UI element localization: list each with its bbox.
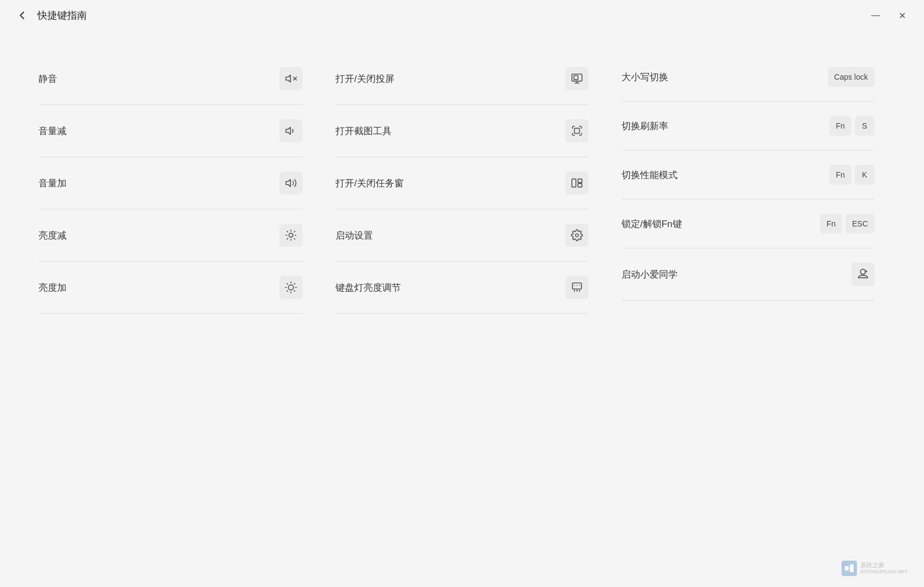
shortcut-label: 启动设置 — [336, 229, 373, 242]
shortcut-label: 亮度减 — [38, 229, 67, 242]
window: 快捷键指南 — ✕ 静音音量减音量加亮度减亮度加打开/关闭投屏打开截图工具打开/… — [0, 0, 924, 587]
svg-marker-4 — [286, 180, 290, 187]
shortcut-row: 切换性能模式FnK — [622, 151, 875, 200]
titlebar-left: 快捷键指南 — [13, 7, 87, 24]
watermark-icon — [842, 561, 857, 576]
page-title: 快捷键指南 — [37, 9, 87, 22]
shortcut-row: 静音 — [38, 53, 302, 105]
shortcut-label: 键盘灯亮度调节 — [336, 281, 401, 294]
icon-badge-taskview — [565, 171, 588, 195]
svg-rect-38 — [845, 566, 849, 571]
shortcut-row: 大小写切换Caps lock — [622, 53, 875, 102]
shortcut-label: 大小写切换 — [622, 71, 668, 84]
titlebar: 快捷键指南 — ✕ — [0, 0, 924, 31]
shortcuts-grid: 静音音量减音量加亮度减亮度加打开/关闭投屏打开截图工具打开/关闭任务窗启动设置键… — [0, 31, 924, 325]
svg-rect-24 — [574, 76, 578, 80]
watermark: 系统之家 XITONGZHUJIA.NET — [842, 561, 908, 576]
shortcut-label: 亮度加 — [38, 281, 67, 294]
shortcut-row: 亮度减 — [38, 209, 302, 262]
key-badge: Fn — [829, 116, 851, 136]
key-group — [565, 119, 588, 142]
icon-badge-bright-down — [279, 224, 302, 247]
key-badge: S — [855, 116, 875, 136]
key-badge: K — [855, 165, 875, 185]
minimize-button[interactable]: — — [867, 7, 884, 24]
key-group — [279, 224, 302, 247]
svg-line-12 — [287, 239, 288, 239]
shortcut-row: 亮度加 — [38, 262, 302, 314]
shortcut-row: 打开截图工具 — [336, 105, 588, 157]
shortcut-label: 打开/关闭任务窗 — [336, 177, 404, 190]
back-button[interactable] — [13, 7, 31, 24]
shortcut-row: 打开/关闭投屏 — [336, 53, 588, 105]
svg-line-8 — [287, 231, 288, 232]
shortcut-row: 音量减 — [38, 105, 302, 157]
watermark-text: 系统之家 XITONGZHUJIA.NET — [860, 561, 908, 575]
key-badge: Fn — [820, 214, 842, 234]
svg-rect-30 — [578, 184, 582, 187]
close-button[interactable]: ✕ — [893, 7, 911, 24]
svg-rect-29 — [578, 179, 582, 182]
key-group: FnS — [829, 116, 875, 136]
key-group — [565, 67, 588, 90]
svg-line-17 — [287, 284, 288, 284]
shortcut-row: 锁定/解锁Fn键FnESC — [622, 200, 875, 248]
shortcut-label: 切换刷新率 — [622, 120, 668, 132]
key-group — [851, 263, 875, 286]
key-badge: ESC — [845, 214, 875, 234]
titlebar-controls: — ✕ — [867, 7, 911, 24]
icon-badge-vol-up — [279, 171, 302, 195]
key-group: FnESC — [820, 214, 875, 234]
icon-badge-mute — [279, 67, 302, 90]
key-group — [279, 67, 302, 90]
key-group — [279, 276, 302, 299]
key-group — [565, 224, 588, 247]
shortcut-label: 启动小爱同学 — [622, 268, 678, 281]
key-badge: Caps lock — [828, 67, 875, 87]
icon-badge-screenshot — [565, 119, 588, 142]
svg-rect-28 — [572, 179, 576, 187]
svg-rect-27 — [574, 128, 579, 133]
svg-line-9 — [294, 239, 295, 239]
shortcut-row: 启动设置 — [336, 209, 588, 262]
shortcut-label: 切换性能模式 — [622, 169, 678, 181]
col-col1: 静音音量减音量加亮度减亮度加 — [33, 53, 319, 314]
svg-rect-39 — [850, 564, 854, 572]
shortcut-label: 音量加 — [38, 177, 67, 190]
key-group: FnK — [829, 165, 875, 185]
key-group — [279, 171, 302, 195]
shortcut-row: 切换刷新率FnS — [622, 102, 875, 151]
shortcut-row: 音量加 — [38, 157, 302, 209]
shortcut-label: 音量减 — [38, 125, 67, 137]
col-col3: 大小写切换Caps lock切换刷新率FnS切换性能模式FnK锁定/解锁Fn键F… — [605, 53, 891, 314]
shortcut-row: 启动小爱同学 — [622, 248, 875, 301]
svg-marker-0 — [286, 75, 290, 82]
icon-badge-keyboard-light — [565, 276, 588, 299]
svg-point-31 — [575, 234, 579, 237]
col-col2: 打开/关闭投屏打开截图工具打开/关闭任务窗启动设置键盘灯亮度调节 — [319, 53, 605, 314]
svg-point-14 — [288, 285, 293, 290]
shortcut-row: 键盘灯亮度调节 — [336, 262, 588, 314]
svg-marker-3 — [286, 128, 290, 135]
icon-badge-project — [565, 67, 588, 90]
shortcut-label: 打开/关闭投屏 — [336, 73, 394, 85]
svg-line-21 — [287, 291, 288, 291]
icon-badge-settings — [565, 224, 588, 247]
svg-line-18 — [294, 291, 295, 291]
shortcut-label: 静音 — [38, 73, 57, 85]
key-group: Caps lock — [828, 67, 875, 87]
svg-line-13 — [294, 231, 295, 232]
key-badge: Fn — [829, 165, 851, 185]
key-group — [565, 171, 588, 195]
shortcut-row: 打开/关闭任务窗 — [336, 157, 588, 209]
shortcut-label: 打开截图工具 — [336, 125, 392, 137]
svg-point-5 — [289, 233, 293, 237]
svg-line-22 — [294, 284, 295, 284]
key-group — [279, 119, 302, 142]
icon-badge-bright-up — [279, 276, 302, 299]
key-group — [565, 276, 588, 299]
icon-badge-ai-assistant — [851, 263, 875, 286]
icon-badge-vol-down — [279, 119, 302, 142]
shortcut-label: 锁定/解锁Fn键 — [622, 218, 682, 230]
